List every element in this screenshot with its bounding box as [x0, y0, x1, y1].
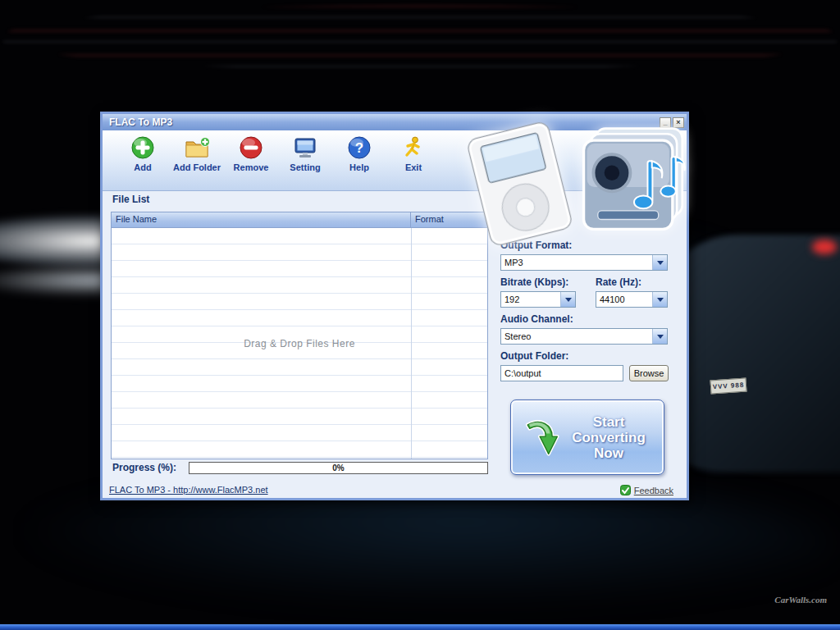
progress-value: 0% [332, 463, 344, 472]
exit-label: Exit [405, 162, 422, 172]
exit-button[interactable]: Exit [386, 135, 441, 172]
remove-icon [239, 135, 263, 160]
svg-text:?: ? [355, 140, 363, 156]
add-folder-label: Add Folder [173, 162, 221, 172]
output-format-value: MP3 [501, 255, 652, 270]
chevron-down-icon[interactable] [652, 255, 667, 270]
file-list-title: File List [112, 194, 149, 205]
wallpaper-taillight [812, 240, 837, 254]
window-title: FLAC To MP3 [109, 116, 172, 128]
output-folder-input[interactable] [500, 365, 623, 381]
drop-hint-text: Drag & Drop Files Here [244, 338, 355, 349]
add-button[interactable]: Add [116, 135, 170, 172]
rate-select[interactable]: 44100 [596, 291, 668, 308]
audio-channel-label: Audio Channel: [500, 313, 573, 325]
column-format: Format [411, 212, 487, 227]
progress-bar: 0% [189, 462, 488, 474]
start-converting-label: Start Converting Now [564, 414, 653, 461]
setting-label: Setting [290, 162, 320, 172]
feedback-link[interactable]: Feedback [620, 485, 673, 495]
license-plate: VVV 988 [710, 377, 746, 394]
audio-channel-select[interactable]: Stereo [500, 328, 668, 345]
bitrate-value: 192 [501, 292, 560, 307]
wallpaper-streak [0, 5, 840, 71]
file-list-drop-area[interactable]: Drag & Drop Files Here [112, 228, 487, 459]
exit-icon [401, 135, 426, 160]
help-icon: ? [347, 135, 372, 160]
help-button[interactable]: ? Help [332, 135, 386, 172]
column-file-name: File Name [112, 212, 411, 227]
add-label: Add [134, 162, 151, 172]
audio-channel-value: Stereo [501, 329, 652, 344]
bitrate-select[interactable]: 192 [500, 291, 576, 308]
site-link[interactable]: FLAC To MP3 - http://www.FlacMP3.net [109, 485, 268, 495]
rate-value: 44100 [596, 292, 652, 307]
output-format-select[interactable]: MP3 [500, 254, 668, 271]
add-folder-icon [184, 135, 210, 160]
bitrate-label: Bitrate (Kbps): [500, 276, 568, 288]
audio-converter-image [578, 124, 687, 240]
wallpaper-streak [0, 484, 840, 607]
chevron-down-icon[interactable] [560, 292, 575, 307]
wallpaper-credit: CarWalls.com [774, 595, 827, 605]
file-list-table: File Name Format Drag & Drop Files Here [111, 212, 488, 459]
setting-button[interactable]: Setting [278, 135, 332, 172]
chevron-down-icon[interactable] [652, 329, 667, 344]
remove-button[interactable]: Remove [224, 135, 278, 172]
file-list-header: File Name Format [112, 212, 487, 228]
add-folder-button[interactable]: Add Folder [170, 135, 224, 172]
add-icon [130, 135, 155, 160]
browse-button[interactable]: Browse [629, 365, 669, 381]
output-folder-label: Output Folder: [500, 350, 568, 362]
rate-label: Rate (Hz): [596, 276, 641, 288]
start-arrow-icon [522, 414, 559, 460]
feedback-label: Feedback [634, 486, 673, 495]
setting-icon [293, 135, 317, 160]
screen-bottom-bar [0, 624, 840, 630]
start-converting-button[interactable]: Start Converting Now [510, 399, 664, 475]
help-label: Help [349, 162, 369, 172]
feedback-check-icon [620, 485, 631, 495]
remove-label: Remove [234, 162, 269, 172]
chevron-down-icon[interactable] [652, 292, 667, 307]
flac-to-mp3-window: FLAC To MP3 _ × Add Add Folder [100, 112, 689, 500]
progress-label: Progress (%): [112, 462, 176, 473]
